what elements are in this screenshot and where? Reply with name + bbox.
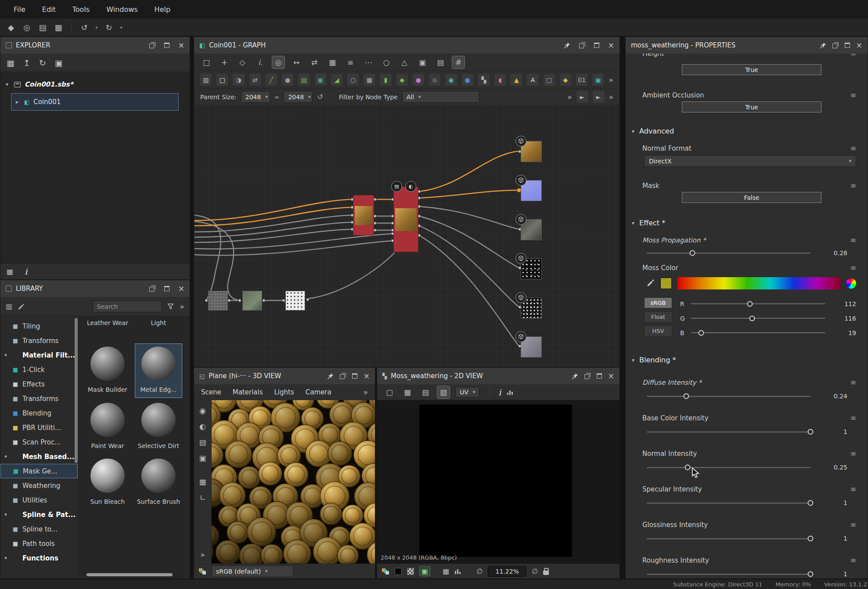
switch-node-icon[interactable]: 01	[576, 74, 587, 86]
timer-icon[interactable]: ○	[380, 56, 393, 69]
highlight-node-icon[interactable]: ◉	[445, 74, 457, 86]
library-grid-item[interactable]: Surface Brush	[135, 455, 182, 510]
maximize-panel-icon[interactable]	[164, 286, 169, 291]
color-mode-hsv-button[interactable]: HSV	[644, 325, 672, 336]
library-tree-item[interactable]: ▾Material Filt...	[0, 348, 78, 362]
reroute-links-icon[interactable]: ⇄	[308, 56, 321, 69]
graph-dock-icon[interactable]: ▦	[7, 267, 13, 276]
moss-propagation-handle[interactable]	[690, 250, 695, 256]
b-slider[interactable]	[691, 332, 825, 333]
slider[interactable]	[647, 538, 810, 539]
grid-icon[interactable]: ▦	[443, 567, 449, 575]
node-type-filter-select[interactable]: All▾	[402, 91, 479, 103]
flood-fill-node-icon[interactable]: ▮	[380, 74, 391, 86]
library-grid-item[interactable]: Light	[135, 319, 182, 342]
close-panel-icon[interactable]: ×	[608, 42, 614, 49]
blending-section-header[interactable]: ▾ Blending *	[626, 356, 868, 364]
more-icon[interactable]: »	[609, 93, 613, 101]
output-basecolor[interactable]	[521, 141, 542, 162]
maximize-panel-icon[interactable]	[594, 43, 599, 48]
preview-material-icon[interactable]: ►	[576, 91, 588, 103]
caret-down-icon[interactable]: ▾	[4, 81, 10, 87]
grayscale-node-icon[interactable]: ▚	[478, 74, 490, 86]
output-roughness[interactable]	[521, 258, 542, 279]
environment-icon[interactable]: ▤	[199, 438, 206, 447]
library-grid-item[interactable]: Paint Wear	[84, 400, 131, 454]
mask-value-button[interactable]: False	[682, 192, 821, 203]
parameter-menu-icon[interactable]: ≡	[850, 485, 856, 493]
background-black-swatch[interactable]	[395, 568, 402, 575]
parameter-menu-icon[interactable]: ≡	[850, 54, 856, 58]
library-grid-item[interactable]: Metal Edg...	[135, 343, 182, 398]
link-resource-icon[interactable]: ▣	[55, 58, 63, 68]
view3d-menu-lights[interactable]: Lights	[274, 388, 294, 396]
blur-node-icon[interactable]: ●	[282, 74, 293, 86]
library-grid-item[interactable]: Leather Wear	[84, 319, 131, 342]
library-tree-item[interactable]: ■Scan Proc...	[0, 435, 78, 449]
library-tree-item[interactable]: ■Path tools	[0, 536, 78, 551]
import-icon[interactable]: ↥	[23, 58, 30, 68]
moss-propagation-slider[interactable]	[647, 253, 810, 254]
transform-icon[interactable]: ◇	[236, 56, 249, 69]
height-value-button[interactable]: True	[682, 64, 821, 75]
slider-handle[interactable]	[808, 429, 814, 435]
material-mode-icon[interactable]: ◐	[199, 422, 206, 431]
save-icon[interactable]: ▦	[52, 21, 65, 34]
maximize-panel-icon[interactable]	[164, 43, 169, 48]
library-tree-item[interactable]: ■Tiling	[0, 319, 78, 333]
panel-dock-icon[interactable]	[6, 285, 12, 292]
new-substance-icon[interactable]: ◆	[4, 21, 18, 34]
channels-icon[interactable]	[382, 568, 389, 575]
output-height[interactable]	[521, 219, 542, 240]
library-tree-item[interactable]: ■Mask Ge...	[0, 464, 78, 478]
library-tree-item[interactable]: ■Blending	[0, 406, 78, 420]
view3d-menu-scene[interactable]: Scene	[201, 388, 221, 396]
open-resources-icon[interactable]: ◎	[20, 21, 33, 34]
color-mode-float-button[interactable]: Float	[644, 311, 672, 322]
pin-panel-icon[interactable]	[327, 373, 334, 379]
parameter-menu-icon[interactable]: ≡	[850, 144, 856, 152]
pin-panel-icon[interactable]	[572, 373, 578, 379]
uv-select[interactable]: UV▾	[455, 387, 479, 397]
reload-icon[interactable]: ↻	[39, 58, 46, 68]
slider-handle[interactable]	[808, 500, 814, 506]
parent-height-select[interactable]: 2048▾	[284, 91, 313, 103]
graph-canvas[interactable]: ▤ ◐	[194, 105, 619, 367]
node-info-icon[interactable]: i.	[254, 56, 267, 69]
parameter-menu-icon[interactable]: ≡	[850, 378, 856, 387]
library-tree-item[interactable]: ■Transforms	[0, 391, 78, 406]
output-metallic[interactable]	[521, 297, 542, 318]
library-tree-item[interactable]: ■Spline to...	[0, 522, 78, 536]
close-panel-icon[interactable]: ×	[178, 285, 184, 293]
levels-preview-icon[interactable]	[454, 568, 461, 575]
fx-map-node-icon[interactable]: ▣	[592, 74, 604, 86]
library-grid-item[interactable]: Sun Bleach	[84, 455, 131, 510]
view3d-viewport[interactable]	[212, 400, 375, 564]
presets-icon[interactable]: ▤	[434, 56, 447, 69]
copy-image-icon[interactable]: ▤	[419, 386, 432, 398]
parameter-menu-icon[interactable]: ≡	[850, 236, 856, 244]
slider[interactable]	[647, 467, 810, 468]
normal-node-icon[interactable]: ◖	[494, 74, 506, 86]
close-panel-icon[interactable]: ×	[856, 42, 862, 49]
output-ambient-occlusion[interactable]	[521, 336, 542, 358]
library-tree-item[interactable]: ■Utilities	[0, 493, 78, 507]
shadow-node-icon[interactable]: ●	[429, 74, 440, 86]
duplicate-view-icon[interactable]: ▢	[383, 386, 396, 398]
pan-icon[interactable]: +	[218, 56, 231, 69]
search-input[interactable]	[93, 300, 162, 312]
view3d-menu-camera[interactable]: Camera	[306, 388, 331, 396]
uniform-color-node-icon[interactable]: □	[216, 74, 228, 86]
maximize-panel-icon[interactable]	[845, 43, 850, 48]
library-horizontal-scrollbar[interactable]	[86, 573, 173, 576]
slider-handle[interactable]	[808, 536, 814, 542]
library-view-icon[interactable]: ▥	[6, 302, 12, 311]
library-tree-scrollbar[interactable]	[75, 318, 78, 463]
tile-sampler-node-icon[interactable]: ▦	[364, 74, 375, 86]
close-panel-icon[interactable]: ×	[608, 372, 614, 380]
curve-node-icon[interactable]: ╱	[266, 74, 277, 86]
colorspace-select[interactable]: sRGB (default)▾	[212, 565, 293, 577]
edit-pencil-icon[interactable]	[18, 303, 25, 310]
menu-edit[interactable]: Edit	[35, 5, 63, 14]
parameter-menu-icon[interactable]: ≡	[850, 91, 856, 99]
